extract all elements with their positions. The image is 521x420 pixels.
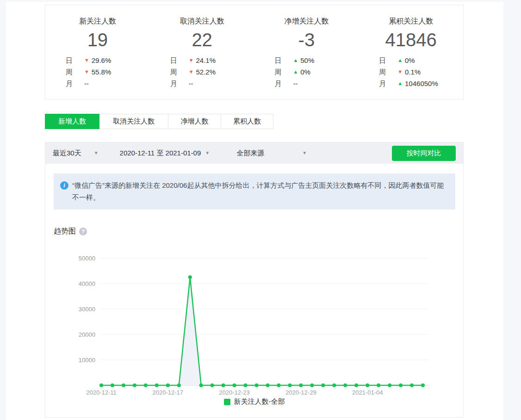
svg-text:2021-01-04: 2021-01-04 bbox=[352, 389, 383, 396]
stat-value: 22 bbox=[192, 29, 212, 50]
date-range-dropdown[interactable]: 2020-12-11 至 2021-01-09 ▼ bbox=[120, 149, 210, 158]
change-value: 29.6% bbox=[92, 55, 112, 66]
period-label: 月 bbox=[66, 78, 84, 89]
trend-arrow-icon: ▲ bbox=[293, 69, 298, 74]
period-label: 日 bbox=[379, 55, 397, 66]
date-preset-value: 最近30天 bbox=[53, 149, 81, 158]
tab-new-followers[interactable]: 新增人数 bbox=[45, 114, 99, 129]
tab-net-growth[interactable]: 净增人数 bbox=[168, 114, 221, 129]
svg-text:2020-12-29: 2020-12-29 bbox=[285, 389, 316, 396]
info-icon: i bbox=[60, 181, 68, 190]
stat-value: -3 bbox=[298, 29, 315, 50]
stat-row-week: 周▼52.2% bbox=[170, 66, 234, 78]
period-label: 日 bbox=[66, 55, 84, 66]
change-value: 1046050% bbox=[405, 78, 438, 89]
period-label: 日 bbox=[170, 55, 189, 66]
trend-arrow-icon: ▲ bbox=[397, 81, 403, 86]
change-value: -- bbox=[84, 78, 89, 89]
svg-text:40000: 40000 bbox=[79, 280, 95, 287]
stat-title: 取消关注人数 bbox=[180, 17, 224, 26]
source-dropdown[interactable]: 全部来源 ▼ bbox=[236, 149, 307, 158]
stat-unfollowers: 取消关注人数 22 日▼24.1% 周▼52.2% 月-- bbox=[150, 17, 254, 99]
trend-arrow-icon: ▲ bbox=[397, 58, 403, 63]
period-label: 日 bbox=[274, 55, 293, 66]
stat-net-growth: 净增关注人数 -3 日▲50% 周▲0% 月-- bbox=[254, 17, 359, 99]
period-label: 月 bbox=[379, 78, 397, 89]
notice-text: “微信广告”来源的新增关注在 2020/06起从其他中拆分给出，计算方式与广告主… bbox=[72, 179, 447, 204]
tab-total-followers[interactable]: 累积人数 bbox=[221, 114, 273, 129]
chevron-down-icon: ▼ bbox=[94, 151, 99, 155]
legend-swatch-icon bbox=[224, 399, 230, 405]
chevron-down-icon: ▼ bbox=[205, 151, 210, 155]
stat-row-day: 日▼29.6% bbox=[66, 55, 130, 66]
stat-row-week: 周▼55.8% bbox=[66, 66, 130, 78]
stat-row-day: 日▲0% bbox=[379, 55, 443, 66]
change-value: 0% bbox=[405, 55, 415, 66]
svg-text:2020-12-17: 2020-12-17 bbox=[153, 389, 184, 396]
change-value: 24.1% bbox=[196, 55, 216, 66]
page-background-right bbox=[503, 0, 521, 420]
chart-legend[interactable]: 新关注人数-全部 bbox=[45, 397, 463, 406]
trend-chart[interactable]: 10000200003000040000500002020-12-112020-… bbox=[45, 253, 464, 406]
trend-arrow-icon: ▲ bbox=[293, 58, 298, 63]
period-label: 周 bbox=[66, 66, 84, 78]
date-range-value: 2020-12-11 至 2021-01-09 bbox=[120, 149, 201, 158]
trend-arrow-icon: ▼ bbox=[84, 69, 89, 74]
stat-change-rows: 日▼24.1% 周▼52.2% 月-- bbox=[170, 55, 234, 89]
source-value: 全部来源 bbox=[236, 149, 264, 158]
stat-title: 新关注人数 bbox=[79, 17, 116, 26]
stat-change-rows: 日▼29.6% 周▼55.8% 月-- bbox=[66, 55, 130, 89]
trend-arrow-icon: ▼ bbox=[189, 58, 194, 63]
stat-row-month: 月▲1046050% bbox=[379, 78, 443, 89]
trend-arrow-icon: ▼ bbox=[397, 69, 403, 74]
svg-text:50000: 50000 bbox=[79, 255, 95, 262]
svg-text:30000: 30000 bbox=[79, 306, 95, 313]
stat-row-month: 月-- bbox=[274, 78, 338, 89]
change-value: 52.2% bbox=[196, 66, 216, 78]
change-value: 55.8% bbox=[92, 66, 112, 78]
stat-change-rows: 日▲0% 周▼0.1% 月▲1046050% bbox=[379, 55, 443, 89]
stat-new-followers: 新关注人数 19 日▼29.6% 周▼55.8% 月-- bbox=[45, 17, 150, 99]
stat-change-rows: 日▲50% 周▲0% 月-- bbox=[274, 55, 338, 89]
trend-chart-title: 趋势图 bbox=[54, 227, 76, 236]
tab-unfollowers[interactable]: 取消关注人数 bbox=[99, 114, 168, 129]
trend-chart-panel: 最近30天 ▼ 2020-12-11 至 2021-01-09 ▼ 全部来源 ▼… bbox=[45, 142, 464, 418]
period-label: 周 bbox=[170, 66, 189, 78]
trend-arrow-icon: ▼ bbox=[189, 69, 194, 74]
change-value: -- bbox=[293, 78, 298, 89]
change-value: 0% bbox=[300, 66, 310, 78]
period-label: 月 bbox=[170, 78, 189, 89]
stat-row-day: 日▼24.1% bbox=[170, 55, 234, 66]
stat-row-week: 周▼0.1% bbox=[379, 66, 443, 78]
change-value: -- bbox=[189, 78, 193, 89]
stat-row-week: 周▲0% bbox=[274, 66, 338, 78]
svg-text:20000: 20000 bbox=[79, 331, 95, 338]
stat-value: 19 bbox=[87, 29, 108, 50]
compare-by-time-button[interactable]: 按时间对比 bbox=[392, 146, 456, 161]
trend-chart-header: 趋势图 ? bbox=[54, 227, 463, 236]
change-value: 50% bbox=[300, 55, 314, 66]
svg-text:10000: 10000 bbox=[79, 357, 95, 364]
stats-summary-panel: 新关注人数 19 日▼29.6% 周▼55.8% 月-- 取消关注人数 22 日… bbox=[45, 5, 464, 99]
filter-bar: 最近30天 ▼ 2020-12-11 至 2021-01-09 ▼ 全部来源 ▼… bbox=[45, 142, 463, 164]
page-background-top bbox=[0, 0, 521, 2]
change-value: 0.1% bbox=[405, 66, 421, 78]
stat-row-month: 月-- bbox=[170, 78, 234, 89]
stat-row-month: 月-- bbox=[66, 78, 130, 89]
stat-title: 累积关注人数 bbox=[389, 17, 433, 26]
page-background-left bbox=[0, 0, 6, 420]
svg-text:2020-12-11: 2020-12-11 bbox=[86, 389, 117, 396]
stat-row-day: 日▲50% bbox=[274, 55, 338, 66]
stat-value: 41846 bbox=[385, 29, 437, 50]
date-preset-dropdown[interactable]: 最近30天 ▼ bbox=[53, 149, 99, 158]
notice-banner: i “微信广告”来源的新增关注在 2020/06起从其他中拆分给出，计算方式与广… bbox=[54, 173, 455, 210]
stat-title: 净增关注人数 bbox=[284, 17, 329, 26]
period-label: 月 bbox=[274, 78, 293, 89]
stat-total-followers: 累积关注人数 41846 日▲0% 周▼0.1% 月▲1046050% bbox=[359, 17, 463, 99]
legend-label: 新关注人数-全部 bbox=[234, 397, 285, 406]
help-icon[interactable]: ? bbox=[79, 228, 87, 235]
metric-tabs: 新增人数 取消关注人数 净增人数 累积人数 bbox=[45, 114, 273, 129]
period-label: 周 bbox=[274, 66, 293, 78]
period-label: 周 bbox=[379, 66, 397, 78]
svg-text:2020-12-23: 2020-12-23 bbox=[219, 389, 249, 396]
